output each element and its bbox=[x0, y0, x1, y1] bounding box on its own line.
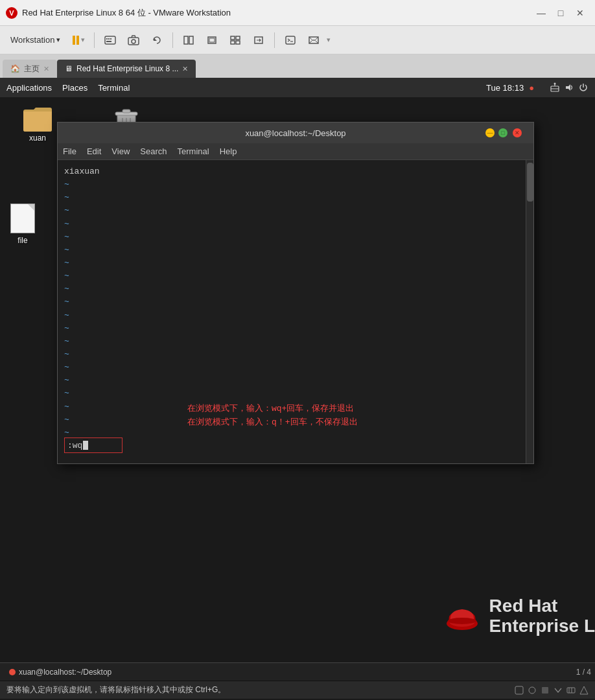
tilde-lines: ~ ~ ~ ~ ~ ~ ~ ~ ~ ~ ~ ~ ~ ~ ~ bbox=[64, 178, 519, 439]
svg-rect-11 bbox=[189, 36, 193, 44]
workstation-menu[interactable]: Workstation ▾ bbox=[5, 30, 65, 51]
status-hint-text: 要将输入定向到该虚拟机，请将鼠标指针移入其中或按 Ctrl+G。 bbox=[6, 684, 226, 695]
terminal-close-button[interactable]: ✕ bbox=[513, 128, 522, 137]
full-screen-button[interactable] bbox=[202, 30, 222, 51]
toolbar-separator-1 bbox=[94, 32, 95, 48]
stretch-icon bbox=[308, 36, 320, 45]
page-indicator: 1 / 4 bbox=[576, 668, 591, 677]
gnome-places-menu[interactable]: Places bbox=[62, 83, 88, 93]
autofit-button[interactable] bbox=[248, 30, 269, 51]
file-icon[interactable]: file bbox=[3, 201, 42, 248]
taskbar-right: 1 / 4 bbox=[576, 668, 591, 677]
svg-rect-2 bbox=[105, 36, 115, 44]
gnome-app-menu: Applications Places Terminal bbox=[6, 83, 130, 93]
console-view-button[interactable] bbox=[280, 30, 301, 51]
toolbar-separator-2 bbox=[172, 32, 173, 48]
terminal-menu-terminal[interactable]: Terminal bbox=[178, 146, 209, 156]
unity-icon bbox=[230, 36, 240, 45]
svg-rect-10 bbox=[184, 36, 188, 44]
split-view-icon bbox=[183, 36, 194, 45]
tab-rhel[interactable]: 🖥 Red Hat Enterprise Linux 8 ... ✕ bbox=[57, 60, 196, 78]
maximize-button[interactable]: □ bbox=[551, 3, 570, 23]
tray-icon-4 bbox=[554, 686, 563, 695]
camera-icon bbox=[128, 35, 139, 45]
terminal-menu-view[interactable]: View bbox=[111, 146, 130, 156]
vmware-toolbar: Workstation ▾ ▾ bbox=[0, 26, 595, 54]
svg-rect-39 bbox=[567, 688, 575, 693]
terminal-menu-edit[interactable]: Edit bbox=[87, 146, 101, 156]
redhat-logo-icon bbox=[443, 599, 482, 635]
snapshot-button[interactable] bbox=[123, 30, 144, 51]
tab-home[interactable]: 🏠 主页 ✕ bbox=[3, 60, 57, 78]
home-tab-close[interactable]: ✕ bbox=[43, 65, 49, 73]
terminal-window: xuan@localhost:~/Desktop ― □ ✕ File Edit… bbox=[57, 122, 534, 464]
tray-icon-1 bbox=[515, 686, 524, 695]
file-page-shape bbox=[10, 204, 35, 233]
revert-button[interactable] bbox=[146, 30, 167, 51]
terminal-menu-search[interactable]: Search bbox=[140, 146, 167, 156]
home-tab-label: 主页 bbox=[24, 64, 40, 75]
keyboard-icon bbox=[104, 36, 116, 45]
svg-rect-15 bbox=[236, 36, 240, 40]
svg-rect-14 bbox=[231, 36, 235, 40]
status-bar: 要将输入定向到该虚拟机，请将鼠标指针移入其中或按 Ctrl+G。 bbox=[0, 681, 595, 699]
svg-marker-42 bbox=[580, 686, 588, 694]
svg-rect-17 bbox=[236, 41, 240, 44]
status-bar-icons bbox=[515, 686, 589, 695]
redhat-text-line1: Red Hat bbox=[489, 596, 595, 616]
desktop-area: xuan Trash file bbox=[0, 97, 595, 662]
svg-rect-4 bbox=[108, 38, 110, 40]
terminal-content[interactable]: xiaxuan ~ ~ ~ ~ ~ ~ ~ ~ ~ ~ ~ ~ bbox=[58, 160, 526, 463]
svg-point-35 bbox=[448, 618, 476, 624]
svg-point-8 bbox=[132, 40, 135, 43]
tab-bar: 🏠 主页 ✕ 🖥 Red Hat Enterprise Linux 8 ... … bbox=[0, 54, 595, 78]
split-view-button[interactable] bbox=[178, 30, 199, 51]
fullscreen-icon bbox=[207, 36, 217, 45]
window-title: Red Hat Enterprise Linux 8 64 位 - VMware… bbox=[22, 7, 531, 19]
svg-rect-36 bbox=[515, 686, 523, 694]
taskbar-terminal-item[interactable]: xuan@localhost:~/Desktop bbox=[4, 666, 117, 678]
terminal-menu-file[interactable]: File bbox=[63, 146, 76, 156]
stretch-view-button[interactable] bbox=[303, 30, 324, 51]
svg-rect-29 bbox=[122, 110, 130, 113]
network-icon bbox=[550, 82, 560, 93]
pause-button[interactable]: ▾ bbox=[68, 30, 89, 51]
hint-line2: 在浏览模式下，输入：q！+回车，不保存退出 bbox=[187, 416, 358, 430]
svg-text:V: V bbox=[9, 9, 14, 17]
svg-marker-9 bbox=[154, 38, 157, 41]
terminal-titlebar: xuan@localhost:~/Desktop ― □ ✕ bbox=[58, 122, 533, 143]
tray-icon-6 bbox=[579, 686, 589, 695]
bottom-taskbar: xuan@localhost:~/Desktop 1 / 4 bbox=[0, 662, 595, 681]
svg-rect-6 bbox=[106, 41, 111, 42]
svg-rect-13 bbox=[209, 38, 215, 42]
taskbar-item-label: xuan@localhost:~/Desktop bbox=[19, 668, 111, 677]
rhel-desktop: Applications Places Terminal Tue 18:13 ● bbox=[0, 78, 595, 662]
folder-xuan-icon[interactable]: xuan bbox=[12, 102, 64, 145]
svg-rect-5 bbox=[110, 38, 111, 40]
autofit-icon bbox=[253, 36, 264, 45]
command-input-box[interactable]: :wq bbox=[64, 438, 122, 453]
taskbar-item-dot bbox=[9, 669, 16, 675]
terminal-menu-help[interactable]: Help bbox=[220, 146, 237, 156]
workstation-label: Workstation bbox=[10, 35, 54, 45]
terminal-maximize-button[interactable]: □ bbox=[498, 128, 508, 137]
pause-icon bbox=[73, 36, 79, 45]
minimize-button[interactable]: ― bbox=[531, 3, 551, 23]
unity-view-button[interactable] bbox=[225, 30, 246, 51]
send-ctrl-alt-del-button[interactable] bbox=[100, 30, 121, 51]
terminal-scrollbar[interactable] bbox=[526, 160, 533, 463]
clock-time: Tue 18:13 bbox=[486, 83, 524, 93]
rhel-tab-close[interactable]: ✕ bbox=[182, 65, 188, 73]
close-button[interactable]: ✕ bbox=[570, 3, 590, 23]
terminal-menubar: File Edit View Search Terminal Help bbox=[58, 143, 533, 160]
power-icon bbox=[578, 82, 589, 93]
terminal-minimize-button[interactable]: ― bbox=[485, 128, 495, 137]
vmware-logo-icon: V bbox=[5, 6, 18, 19]
gnome-terminal-menu[interactable]: Terminal bbox=[98, 83, 130, 93]
hint-text: 在浏览模式下，输入：wq+回车，保存并退出 在浏览模式下，输入：q！+回车，不保… bbox=[187, 402, 358, 430]
gnome-clock: Tue 18:13 ● bbox=[486, 83, 534, 93]
gnome-applications-menu[interactable]: Applications bbox=[6, 83, 52, 93]
cmd-prompt-text: :wq bbox=[67, 441, 82, 450]
svg-marker-26 bbox=[566, 84, 570, 91]
cursor-block bbox=[83, 441, 88, 450]
